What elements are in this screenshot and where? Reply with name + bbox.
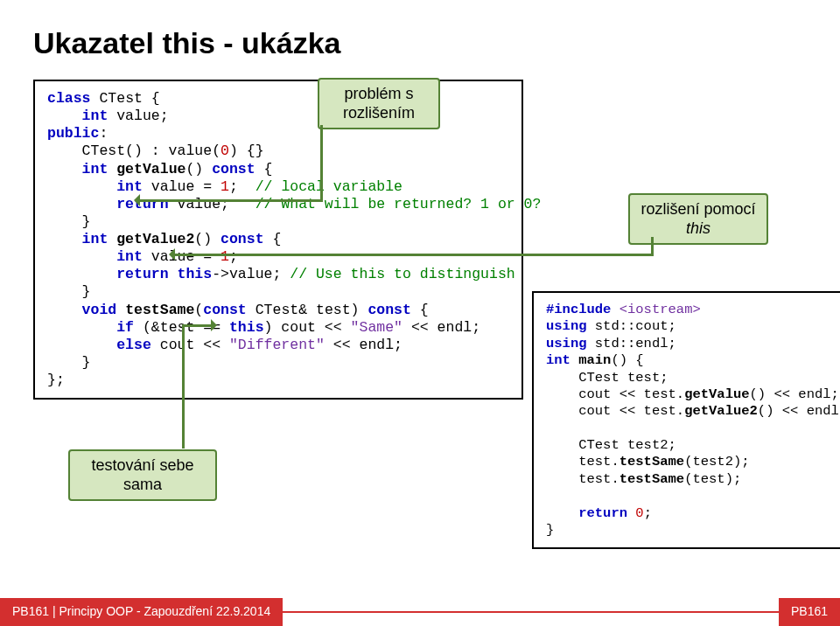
footer-left: PB161 | Principy OOP - Zapouzdření 22.9.… — [0, 598, 283, 626]
txt: { — [272, 231, 281, 247]
txt: { — [420, 302, 429, 318]
kw: using — [546, 318, 595, 334]
txt: } — [47, 213, 91, 230]
arrowhead-icon — [163, 248, 175, 261]
callout-text: rozlišení pomocí — [640, 200, 755, 218]
kw: int — [47, 248, 151, 265]
str: "Same" — [351, 319, 402, 336]
callout-self-test: testování sebe sama — [68, 449, 217, 501]
arrow-line — [138, 199, 322, 202]
txt: (test2); — [684, 454, 749, 470]
kw: int — [47, 108, 116, 124]
callout-this: rozlišení pomocí this — [628, 193, 768, 245]
txt: CTest test2; — [546, 437, 676, 453]
txt: ( — [194, 302, 203, 318]
arrow-line — [182, 324, 213, 327]
txt: ; — [229, 178, 256, 195]
kw: int — [47, 178, 151, 195]
txt: CTest test; — [546, 370, 668, 386]
txt: () — [186, 161, 212, 177]
callout-italic: this — [686, 219, 710, 237]
txt: CTest { — [99, 90, 159, 107]
txt: () << endl; — [758, 403, 840, 419]
footer-right: PB161 — [779, 598, 840, 626]
arrow-line — [320, 125, 323, 202]
num: 1 — [220, 248, 229, 265]
kw: public — [47, 125, 99, 142]
txt: << endl; — [325, 337, 402, 353]
kw: #include — [546, 302, 620, 317]
content-area: class CTest { int value; public: CTest()… — [33, 80, 807, 569]
txt: std::cout; — [595, 318, 676, 334]
blank — [546, 421, 554, 436]
code-box-right: #include <iostream> using std::cout; usi… — [532, 291, 840, 549]
include: <iostream> — [620, 302, 701, 317]
kw: int — [47, 161, 116, 177]
slide-title: Ukazatel this - ukázka — [33, 26, 807, 60]
kw: return — [546, 505, 635, 521]
callout-problem: problém s rozlišením — [318, 78, 440, 129]
txt: ; — [229, 248, 238, 265]
txt: cout << — [160, 337, 229, 353]
kw: using — [546, 336, 595, 351]
arrowhead-icon — [211, 319, 223, 331]
txt: cout << test. — [546, 386, 684, 402]
fn: getValue — [116, 161, 186, 177]
txt: test. — [546, 454, 620, 470]
kw: const — [368, 302, 419, 318]
kw: return — [47, 266, 178, 282]
footer-divider — [283, 611, 779, 626]
txt: CTest& test) — [256, 302, 368, 318]
fn: testSame — [620, 471, 684, 487]
txt: () { — [611, 352, 643, 368]
txt: ) {} — [229, 143, 264, 159]
kw: const — [203, 302, 255, 318]
txt: value = — [151, 178, 220, 195]
code-box-left: class CTest { int value; public: CTest()… — [33, 80, 523, 400]
comment: // What will be returned? 1 or 0? — [256, 196, 542, 212]
blank — [546, 488, 554, 504]
txt: value; — [116, 108, 168, 124]
fn: getValue2 — [116, 231, 194, 247]
kw: void — [47, 302, 125, 318]
txt: }; — [47, 372, 65, 388]
comment: // local variable — [256, 178, 402, 195]
arrowhead-icon — [128, 194, 140, 206]
kw: this — [178, 266, 213, 282]
num: 1 — [220, 178, 229, 195]
kw: const — [212, 161, 263, 177]
num: 0 — [220, 143, 229, 159]
str: "Different" — [229, 337, 325, 353]
num: 0 — [635, 505, 643, 521]
txt: test. — [546, 471, 620, 487]
kw: class — [47, 90, 99, 107]
arrow-line — [173, 254, 653, 256]
fn: getValue — [684, 386, 749, 402]
fn: testSame — [620, 454, 684, 470]
txt: ) cout << — [264, 319, 351, 336]
txt: ; — [644, 505, 652, 521]
arrow-line — [651, 237, 654, 256]
comment: // Use this to distinguish — [290, 266, 514, 282]
arrow-line — [182, 324, 185, 449]
txt: value = — [151, 248, 220, 265]
txt: CTest() : value( — [47, 143, 220, 159]
txt: std::endl; — [595, 336, 676, 351]
txt: cout << test. — [546, 403, 684, 419]
txt: } — [546, 522, 554, 538]
fn: main — [578, 352, 611, 368]
txt: () — [194, 231, 220, 247]
kw: const — [220, 231, 272, 247]
fn: testSame — [125, 302, 194, 318]
txt: ->value; — [212, 266, 290, 282]
txt: } — [47, 283, 91, 300]
footer: PB161 | Principy OOP - Zapouzdření 22.9.… — [0, 598, 840, 626]
kw: int — [546, 352, 578, 368]
txt: value; — [178, 196, 256, 212]
txt: : — [99, 125, 108, 142]
kw: else — [47, 337, 160, 353]
txt: << endl; — [402, 319, 480, 336]
kw: int — [47, 231, 116, 247]
fn: getValue2 — [684, 403, 758, 419]
txt: } — [47, 354, 91, 371]
